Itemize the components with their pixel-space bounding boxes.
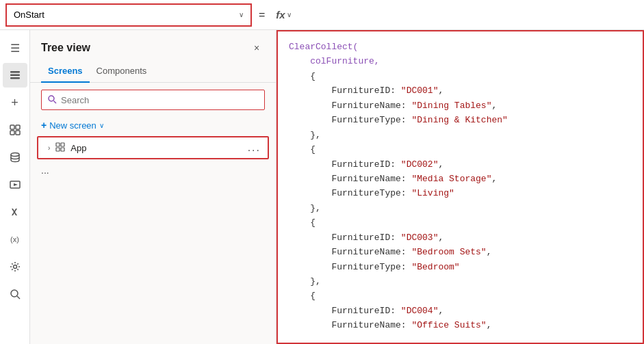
- code-line: FurnitureName: "Office Suits",: [289, 318, 632, 332]
- code-line: FurnitureType: "Living": [289, 186, 632, 200]
- svg-rect-17: [56, 148, 60, 151]
- code-line: },: [289, 201, 632, 215]
- main-area: ☰ +: [0, 30, 644, 344]
- search-container: [30, 83, 276, 117]
- svg-rect-15: [56, 143, 60, 146]
- code-line: FurnitureID: "DC004",: [289, 304, 632, 318]
- svg-point-13: [49, 96, 54, 101]
- code-line: FurnitureName: "Media Storage",: [289, 172, 632, 186]
- search-box: [41, 90, 265, 110]
- svg-point-7: [11, 153, 19, 157]
- svg-line-14: [54, 101, 57, 103]
- close-button[interactable]: ×: [248, 40, 265, 56]
- app-row[interactable]: › App ...: [37, 136, 269, 159]
- svg-rect-1: [10, 75, 20, 77]
- code-line: {: [289, 289, 632, 303]
- fx-button[interactable]: fx ∨: [272, 6, 295, 23]
- formula-icon[interactable]: [3, 200, 27, 224]
- hamburger-menu-icon[interactable]: ☰: [3, 36, 27, 60]
- tab-screens[interactable]: Screens: [41, 62, 90, 83]
- svg-marker-9: [14, 183, 18, 186]
- svg-rect-16: [61, 143, 64, 146]
- search-input[interactable]: [61, 95, 259, 105]
- media-icon[interactable]: [3, 172, 27, 197]
- tree-view-title: Tree view: [41, 42, 90, 54]
- code-line: FurnitureID: "DC003",: [289, 230, 632, 245]
- new-screen-label: New screen: [49, 120, 96, 131]
- new-screen-chevron-icon: ∨: [99, 122, 104, 129]
- dropdown-chevron-icon: ∨: [239, 11, 244, 18]
- app-label: App: [70, 143, 86, 153]
- fx-icon: fx: [276, 9, 285, 21]
- variables-icon[interactable]: (x): [3, 227, 27, 252]
- tabs-row: Screens Components: [30, 62, 276, 83]
- app-more-menu-icon[interactable]: ...: [248, 142, 261, 154]
- svg-rect-3: [10, 125, 14, 129]
- app-expand-chevron-icon: ›: [48, 144, 50, 152]
- svg-rect-4: [16, 125, 20, 129]
- layers-icon[interactable]: [3, 63, 27, 88]
- code-line: FurnitureName: "Bedroom Sets",: [289, 245, 632, 259]
- search-icon: [47, 94, 57, 106]
- svg-rect-2: [10, 77, 20, 79]
- code-line: FurnitureType: "Bedroom": [289, 260, 632, 274]
- settings-icon[interactable]: [3, 254, 27, 279]
- tab-components[interactable]: Components: [90, 62, 154, 83]
- fx-chevron-icon: ∨: [287, 11, 292, 18]
- data-icon[interactable]: [3, 145, 27, 170]
- property-dropdown-value: OnStart: [14, 10, 44, 20]
- code-line: ClearCollect(: [289, 40, 632, 54]
- top-bar: OnStart ∨ = fx ∨: [0, 0, 644, 30]
- code-panel[interactable]: ClearCollect( colFurniture, { FurnitureI…: [276, 30, 644, 344]
- ui-components-icon[interactable]: [3, 118, 27, 142]
- icon-sidebar: ☰ +: [0, 30, 30, 344]
- code-line: FurnitureID: "DC002",: [289, 157, 632, 172]
- app-grid-icon: [55, 142, 65, 154]
- svg-rect-18: [61, 148, 64, 151]
- tree-header: Tree view ×: [30, 30, 276, 62]
- code-line: colFurniture,: [289, 54, 632, 68]
- svg-line-12: [17, 296, 20, 299]
- plus-icon: +: [41, 120, 47, 131]
- property-dropdown[interactable]: OnStart ∨: [5, 3, 252, 27]
- code-line: },: [289, 274, 632, 289]
- svg-rect-5: [10, 131, 14, 135]
- svg-rect-0: [10, 71, 20, 73]
- svg-point-10: [13, 265, 16, 269]
- code-line: },: [289, 128, 632, 142]
- code-line: {: [289, 142, 632, 157]
- code-line: FurnitureID: "DC001",: [289, 83, 632, 98]
- svg-point-11: [11, 290, 18, 297]
- code-line: {: [289, 215, 632, 230]
- code-line: FurnitureName: "Dining Tables",: [289, 98, 632, 113]
- search-icon-sidebar[interactable]: [3, 282, 27, 306]
- add-icon[interactable]: +: [3, 90, 27, 115]
- equals-sign: =: [256, 9, 268, 21]
- code-line: {: [289, 69, 632, 83]
- new-screen-button[interactable]: + New screen ∨: [30, 117, 276, 133]
- code-line: FurnitureType: "Dining & Kitchen": [289, 113, 632, 127]
- svg-rect-6: [16, 131, 20, 135]
- more-items-ellipsis: ...: [30, 162, 276, 178]
- tree-panel: Tree view × Screens Components: [30, 30, 276, 344]
